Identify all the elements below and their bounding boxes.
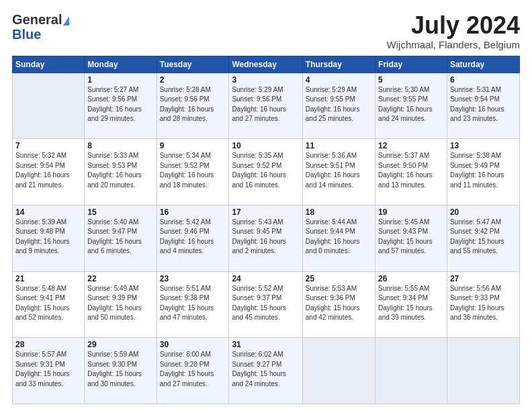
calendar-cell: 16Sunrise: 5:42 AMSunset: 9:46 PMDayligh… <box>157 205 229 271</box>
day-info: Sunrise: 6:00 AMSunset: 9:28 PMDaylight:… <box>160 350 226 389</box>
day-info: Sunrise: 5:52 AMSunset: 9:37 PMDaylight:… <box>232 284 299 323</box>
day-number: 8 <box>87 141 153 150</box>
day-info: Sunrise: 5:33 AMSunset: 9:53 PMDaylight:… <box>87 151 153 190</box>
day-number: 1 <box>87 75 153 85</box>
calendar-weekday-friday: Friday <box>375 56 447 73</box>
day-info: Sunrise: 6:02 AMSunset: 9:27 PMDaylight:… <box>232 350 299 389</box>
day-number: 23 <box>160 274 226 283</box>
logo-general: General <box>12 12 62 28</box>
logo-triangle-icon <box>63 16 69 26</box>
calendar-cell: 26Sunrise: 5:55 AMSunset: 9:34 PMDayligh… <box>375 271 447 338</box>
day-number: 4 <box>306 75 372 85</box>
day-number: 18 <box>306 208 372 217</box>
calendar-cell: 21Sunrise: 5:48 AMSunset: 9:41 PMDayligh… <box>13 271 85 338</box>
calendar-cell: 1Sunrise: 5:27 AMSunset: 9:56 PMDaylight… <box>85 73 157 139</box>
calendar-cell: 15Sunrise: 5:40 AMSunset: 9:47 PMDayligh… <box>85 205 157 271</box>
logo: General Blue <box>12 12 69 41</box>
day-info: Sunrise: 5:36 AMSunset: 9:51 PMDaylight:… <box>306 151 372 190</box>
day-info: Sunrise: 5:32 AMSunset: 9:54 PMDaylight:… <box>15 151 81 190</box>
day-info: Sunrise: 5:29 AMSunset: 9:56 PMDaylight:… <box>232 85 299 124</box>
day-info: Sunrise: 5:35 AMSunset: 9:52 PMDaylight:… <box>232 151 299 190</box>
calendar-weekday-thursday: Thursday <box>302 56 375 73</box>
calendar-cell: 11Sunrise: 5:36 AMSunset: 9:51 PMDayligh… <box>302 139 375 205</box>
day-number: 5 <box>378 75 444 85</box>
calendar-cell: 12Sunrise: 5:37 AMSunset: 9:50 PMDayligh… <box>375 139 447 205</box>
month-title: July 2024 <box>387 12 520 39</box>
day-info: Sunrise: 5:31 AMSunset: 9:54 PMDaylight:… <box>450 85 517 124</box>
calendar-cell: 31Sunrise: 6:02 AMSunset: 9:27 PMDayligh… <box>229 338 302 404</box>
day-info: Sunrise: 5:40 AMSunset: 9:47 PMDaylight:… <box>87 218 153 257</box>
calendar-cell: 17Sunrise: 5:43 AMSunset: 9:45 PMDayligh… <box>229 205 302 271</box>
day-number: 15 <box>87 208 153 217</box>
calendar-cell: 10Sunrise: 5:35 AMSunset: 9:52 PMDayligh… <box>229 139 302 205</box>
day-info: Sunrise: 5:44 AMSunset: 9:44 PMDaylight:… <box>306 218 372 257</box>
day-number: 13 <box>450 141 517 150</box>
day-number: 17 <box>232 208 299 217</box>
day-number: 27 <box>450 274 517 283</box>
day-info: Sunrise: 5:55 AMSunset: 9:34 PMDaylight:… <box>378 284 444 323</box>
day-number: 12 <box>378 141 444 150</box>
calendar-cell <box>447 338 519 404</box>
calendar-cell: 9Sunrise: 5:34 AMSunset: 9:52 PMDaylight… <box>157 139 229 205</box>
day-info: Sunrise: 5:49 AMSunset: 9:39 PMDaylight:… <box>87 284 153 323</box>
day-info: Sunrise: 5:45 AMSunset: 9:43 PMDaylight:… <box>378 218 444 257</box>
day-number: 29 <box>87 340 153 349</box>
calendar-cell <box>375 338 447 404</box>
calendar-cell: 18Sunrise: 5:44 AMSunset: 9:44 PMDayligh… <box>302 205 375 271</box>
day-info: Sunrise: 5:47 AMSunset: 9:42 PMDaylight:… <box>450 218 517 257</box>
calendar-cell: 7Sunrise: 5:32 AMSunset: 9:54 PMDaylight… <box>13 139 85 205</box>
day-number: 3 <box>232 75 299 85</box>
calendar-cell: 20Sunrise: 5:47 AMSunset: 9:42 PMDayligh… <box>447 205 519 271</box>
day-info: Sunrise: 5:56 AMSunset: 9:33 PMDaylight:… <box>450 284 517 323</box>
day-number: 14 <box>15 208 81 217</box>
calendar-weekday-monday: Monday <box>85 56 157 73</box>
day-number: 26 <box>378 274 444 283</box>
day-number: 6 <box>450 75 517 85</box>
day-number: 21 <box>15 274 81 283</box>
calendar-weekday-sunday: Sunday <box>13 56 85 73</box>
day-number: 30 <box>160 340 226 349</box>
day-info: Sunrise: 5:42 AMSunset: 9:46 PMDaylight:… <box>160 218 226 257</box>
calendar-cell: 5Sunrise: 5:30 AMSunset: 9:55 PMDaylight… <box>375 73 447 139</box>
title-block: July 2024 Wijchmaal, Flanders, Belgium <box>387 12 520 50</box>
day-number: 25 <box>306 274 372 283</box>
calendar-cell: 30Sunrise: 6:00 AMSunset: 9:28 PMDayligh… <box>157 338 229 404</box>
day-number: 24 <box>232 274 299 283</box>
calendar-cell: 22Sunrise: 5:49 AMSunset: 9:39 PMDayligh… <box>85 271 157 338</box>
day-info: Sunrise: 5:43 AMSunset: 9:45 PMDaylight:… <box>232 218 299 257</box>
day-number: 20 <box>450 208 517 217</box>
day-info: Sunrise: 5:29 AMSunset: 9:55 PMDaylight:… <box>306 85 372 124</box>
day-number: 11 <box>306 141 372 150</box>
day-number: 2 <box>160 75 226 85</box>
logo-blue: Blue <box>12 28 41 41</box>
location: Wijchmaal, Flanders, Belgium <box>387 39 520 50</box>
calendar-cell: 4Sunrise: 5:29 AMSunset: 9:55 PMDaylight… <box>302 73 375 139</box>
day-info: Sunrise: 5:57 AMSunset: 9:31 PMDaylight:… <box>15 350 81 389</box>
calendar-table: SundayMondayTuesdayWednesdayThursdayFrid… <box>12 56 520 404</box>
calendar-cell: 13Sunrise: 5:38 AMSunset: 9:49 PMDayligh… <box>447 139 519 205</box>
calendar-week-row: 14Sunrise: 5:39 AMSunset: 9:48 PMDayligh… <box>13 205 520 271</box>
day-number: 28 <box>15 340 81 349</box>
day-info: Sunrise: 5:28 AMSunset: 9:56 PMDaylight:… <box>160 85 226 124</box>
calendar-week-row: 21Sunrise: 5:48 AMSunset: 9:41 PMDayligh… <box>13 271 520 338</box>
day-info: Sunrise: 5:27 AMSunset: 9:56 PMDaylight:… <box>87 85 153 124</box>
calendar-header-row: SundayMondayTuesdayWednesdayThursdayFrid… <box>13 56 520 73</box>
calendar-week-row: 28Sunrise: 5:57 AMSunset: 9:31 PMDayligh… <box>13 338 520 404</box>
day-number: 31 <box>232 340 299 349</box>
day-info: Sunrise: 5:37 AMSunset: 9:50 PMDaylight:… <box>378 151 444 190</box>
calendar-cell <box>302 338 375 404</box>
day-info: Sunrise: 5:59 AMSunset: 9:30 PMDaylight:… <box>87 350 153 389</box>
day-number: 7 <box>15 141 81 150</box>
calendar-cell: 25Sunrise: 5:53 AMSunset: 9:36 PMDayligh… <box>302 271 375 338</box>
day-number: 22 <box>87 274 153 283</box>
day-number: 10 <box>232 141 299 150</box>
day-number: 16 <box>160 208 226 217</box>
calendar-cell: 6Sunrise: 5:31 AMSunset: 9:54 PMDaylight… <box>447 73 519 139</box>
calendar-cell: 3Sunrise: 5:29 AMSunset: 9:56 PMDaylight… <box>229 73 302 139</box>
calendar-cell: 14Sunrise: 5:39 AMSunset: 9:48 PMDayligh… <box>13 205 85 271</box>
calendar-cell: 29Sunrise: 5:59 AMSunset: 9:30 PMDayligh… <box>85 338 157 404</box>
calendar-week-row: 7Sunrise: 5:32 AMSunset: 9:54 PMDaylight… <box>13 139 520 205</box>
day-info: Sunrise: 5:30 AMSunset: 9:55 PMDaylight:… <box>378 85 444 124</box>
header: General Blue July 2024 Wijchmaal, Flande… <box>12 12 520 50</box>
calendar-cell: 2Sunrise: 5:28 AMSunset: 9:56 PMDaylight… <box>157 73 229 139</box>
